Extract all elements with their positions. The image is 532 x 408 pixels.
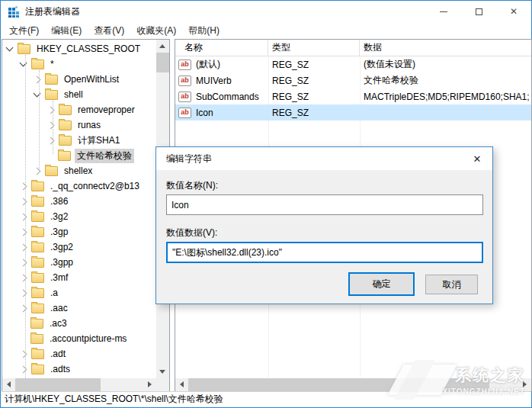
maximize-button[interactable] <box>461 1 496 22</box>
tree-item-label[interactable]: .386 <box>48 195 70 207</box>
tree-horizontal-scrollbar[interactable] <box>2 378 156 391</box>
tree-vscroll-thumb[interactable] <box>156 53 169 72</box>
folder-icon <box>45 75 58 85</box>
tree-item[interactable]: .accountpicture-ms <box>2 331 129 346</box>
folder-icon <box>59 105 72 115</box>
tree-item[interactable]: .adt <box>2 346 68 361</box>
menu-item[interactable]: 收藏夹(A) <box>130 22 182 40</box>
folder-icon <box>45 90 58 100</box>
scroll-left-arrow[interactable] <box>7 381 11 387</box>
chevron-down-icon[interactable] <box>6 44 14 52</box>
tree-item-label[interactable]: .adt <box>48 348 68 360</box>
list-horizontal-scrollbar[interactable] <box>175 378 531 391</box>
folder-icon <box>45 166 58 176</box>
tree-item-label[interactable]: .a <box>48 287 60 299</box>
registry-editor-window: 注册表编辑器 ✕ 文件(F)编辑(E)查看(V)收藏夹(A)帮助(H) HKEY… <box>0 0 532 408</box>
tree-item-label[interactable]: 计算SHA1 <box>75 133 122 148</box>
tree-item[interactable]: .3gpp <box>2 255 75 270</box>
registry-app-icon <box>8 5 20 18</box>
tree-item[interactable]: .3gp2 <box>2 239 75 255</box>
scroll-right-arrow[interactable] <box>148 381 152 387</box>
title-bar: 注册表编辑器 ✕ <box>1 1 531 22</box>
tree-item-label[interactable]: .3gp2 <box>48 241 75 253</box>
tree-item[interactable]: 文件哈希校验 <box>2 148 134 163</box>
tree: HKEY_CLASSES_ROOT*OpenWithListshellremov… <box>2 40 169 391</box>
value-row[interactable]: abMUIVerbREG_SZ文件哈希校验 <box>175 72 531 88</box>
tree-guide-line <box>39 70 40 169</box>
tree-item[interactable]: .3gp <box>2 224 70 239</box>
tree-item-label[interactable]: .3mf <box>48 271 70 284</box>
value-type: REG_SZ <box>272 88 360 104</box>
folder-icon <box>31 212 44 222</box>
list-hscroll-thumb[interactable] <box>188 378 489 391</box>
tree-guide-line <box>53 101 53 154</box>
folder-icon <box>31 273 44 283</box>
folder-icon <box>31 197 44 207</box>
tree-item[interactable]: .adts <box>2 361 72 377</box>
tree-item[interactable]: shellex <box>2 163 95 178</box>
tree-item[interactable]: ._qq_connectv2@b13 <box>2 178 142 194</box>
tree-item-label[interactable]: .accountpicture-ms <box>47 333 129 345</box>
scroll-down-arrow[interactable] <box>159 370 165 374</box>
tree-item-label[interactable]: .3gp <box>48 226 70 238</box>
menu-item[interactable]: 编辑(E) <box>45 22 88 40</box>
tree-item[interactable]: * <box>2 56 56 72</box>
folder-icon <box>31 258 44 268</box>
menu-item[interactable]: 文件(F) <box>3 22 45 40</box>
window-controls: ✕ <box>426 1 531 22</box>
value-row[interactable]: ab(默认)REG_SZ(数值未设置) <box>175 56 531 72</box>
cancel-button[interactable]: 取消 <box>425 275 478 294</box>
minimize-button[interactable] <box>426 1 461 22</box>
dialog-close-button[interactable]: ✕ <box>462 147 492 170</box>
tree-item[interactable]: .3mf <box>2 270 70 285</box>
tree-item-label[interactable]: runas <box>75 119 103 131</box>
tree-item[interactable]: removeproper <box>2 102 137 117</box>
tree-item-label[interactable]: ._qq_connectv2@b13 <box>48 180 142 192</box>
close-button[interactable]: ✕ <box>496 1 531 22</box>
tree-item[interactable]: .3g2 <box>2 209 70 224</box>
tree-item-label[interactable]: * <box>48 58 56 70</box>
scroll-right-arrow[interactable] <box>523 381 527 387</box>
tree-item[interactable]: .386 <box>2 194 70 209</box>
tree-item[interactable]: OpenWithList <box>2 72 121 87</box>
tree-hscroll-thumb[interactable] <box>15 378 101 391</box>
tree-item-label[interactable]: shell <box>62 88 85 101</box>
ok-button[interactable]: 确定 <box>348 272 415 296</box>
value-row[interactable]: abIconREG_SZ <box>175 104 531 120</box>
string-value-icon: ab <box>178 92 191 102</box>
tree-item-label[interactable]: HKEY_CLASSES_ROOT <box>34 43 143 55</box>
menu-item[interactable]: 查看(V) <box>88 22 130 40</box>
folder-icon <box>31 349 44 359</box>
tree-item[interactable]: .aac <box>2 300 70 316</box>
menu-item[interactable]: 帮助(H) <box>182 22 226 40</box>
tree-item-label[interactable]: 文件哈希校验 <box>75 149 134 163</box>
tree-item[interactable]: .a <box>2 285 60 300</box>
tree-item[interactable]: .ac3 <box>2 316 69 331</box>
tree-item-label[interactable]: removeproper <box>75 104 137 116</box>
tree-item-label[interactable]: .3gpp <box>48 256 75 268</box>
column-header-name[interactable]: 名称 <box>175 40 268 56</box>
tree-item-label[interactable]: .aac <box>48 302 70 314</box>
folder-icon <box>31 59 44 69</box>
tree-item[interactable]: 计算SHA1 <box>2 133 122 148</box>
value-name: SubCommands <box>196 92 259 102</box>
tree-item-label[interactable]: OpenWithList <box>62 73 121 85</box>
tree-item[interactable]: HKEY_CLASSES_ROOT <box>2 41 143 56</box>
scroll-left-arrow[interactable] <box>180 381 184 387</box>
value-name-input[interactable]: Icon <box>166 194 483 215</box>
column-header-type[interactable]: 类型 <box>268 40 360 56</box>
value-row[interactable]: abSubCommandsREG_SZMACTripleDES;MD5;RIPE… <box>175 88 531 104</box>
tree-item-label[interactable]: .adts <box>48 363 72 375</box>
tree-item[interactable]: shell <box>2 87 85 102</box>
value-type: REG_SZ <box>272 104 360 120</box>
tree-item-label[interactable]: shellex <box>62 165 95 177</box>
folder-icon <box>31 227 44 237</box>
folder-icon <box>31 304 44 313</box>
column-header-data[interactable]: 数据 <box>360 40 531 56</box>
value-type: REG_SZ <box>272 56 360 72</box>
tree-item-label[interactable]: .3g2 <box>48 210 70 223</box>
value-data-input[interactable]: "E:\图标\shell32.dll(23).ico" <box>166 242 483 263</box>
scrollbar-corner <box>156 378 169 391</box>
tree-item-label[interactable]: .ac3 <box>47 317 69 329</box>
scroll-up-arrow[interactable] <box>159 44 165 48</box>
